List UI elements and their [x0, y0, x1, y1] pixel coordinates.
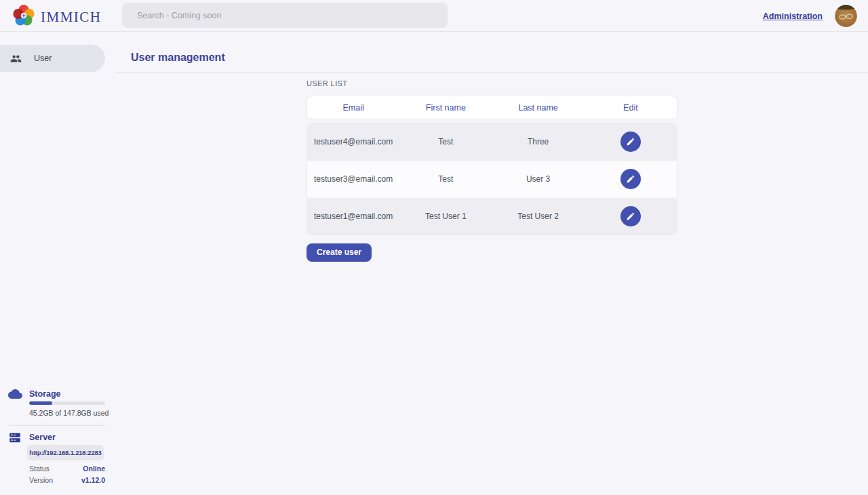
- brand-logo: IMMICH: [12, 4, 102, 30]
- user-list-panel: USER LIST Email First name Last name Edi…: [307, 79, 677, 262]
- pencil-icon: [626, 174, 635, 184]
- cell-last-name: User 3: [492, 174, 585, 184]
- create-user-button[interactable]: Create user: [307, 243, 372, 262]
- administration-link[interactable]: Administration: [763, 12, 823, 21]
- cell-last-name: Test User 2: [492, 212, 585, 221]
- sidebar-item-label: User: [34, 54, 52, 63]
- storage-usage-text: 45.2GB of 147.8GB used: [29, 409, 108, 417]
- table-row: testuser4@email.com Test Three: [307, 123, 677, 161]
- table-row: testuser1@email.com Test User 1 Test Use…: [307, 197, 677, 235]
- sidebar-item-user[interactable]: User: [0, 45, 105, 72]
- server-url: http://192.168.1.216:2283: [29, 449, 101, 456]
- version-value: v1.12.0: [81, 476, 105, 484]
- column-header-email: Email: [307, 103, 399, 113]
- footer-divider: [9, 425, 105, 426]
- user-avatar[interactable]: [835, 5, 857, 27]
- column-header-last-name: Last name: [492, 103, 585, 113]
- column-header-edit: Edit: [585, 103, 677, 113]
- server-status-row: Status Online: [29, 464, 105, 473]
- immich-flower-icon: [12, 4, 35, 30]
- edit-user-button[interactable]: [620, 169, 641, 189]
- cell-email: testuser1@email.com: [307, 212, 399, 221]
- status-value: Online: [83, 464, 105, 473]
- cell-email: testuser3@email.com: [307, 174, 399, 184]
- status-label: Status: [29, 464, 50, 473]
- user-table-header: Email First name Last name Edit: [307, 96, 677, 119]
- pencil-icon: [626, 137, 635, 146]
- top-navbar: IMMICH Administration: [0, 0, 868, 32]
- edit-user-button[interactable]: [620, 132, 641, 152]
- cell-first-name: Test: [399, 174, 492, 184]
- search-input[interactable]: [122, 3, 448, 28]
- server-url-badge: http://192.168.1.216:2283: [27, 445, 104, 460]
- cell-first-name: Test User 1: [399, 212, 492, 221]
- edit-user-button[interactable]: [620, 206, 641, 226]
- table-row: testuser3@email.com Test User 3: [307, 161, 677, 198]
- user-list-label: USER LIST: [307, 79, 677, 87]
- page-title: User management: [131, 52, 225, 64]
- user-table-body: testuser4@email.com Test Three testuser3…: [307, 123, 677, 235]
- brand-name: IMMICH: [41, 9, 102, 26]
- people-icon: [10, 53, 22, 64]
- storage-progress-bar: [29, 401, 105, 405]
- cell-first-name: Test: [399, 137, 492, 146]
- storage-title: Storage: [29, 389, 61, 399]
- pencil-icon: [626, 212, 635, 221]
- title-divider: [116, 72, 868, 73]
- storage-progress-fill: [29, 401, 52, 405]
- search-bar: [122, 3, 448, 28]
- server-version-row: Version v1.12.0: [29, 476, 105, 484]
- navbar-right: Administration: [763, 0, 857, 32]
- server-title: Server: [29, 433, 56, 442]
- version-label: Version: [29, 476, 53, 484]
- cell-last-name: Three: [492, 137, 585, 146]
- cell-email: testuser4@email.com: [307, 137, 399, 146]
- column-header-first-name: First name: [399, 103, 492, 113]
